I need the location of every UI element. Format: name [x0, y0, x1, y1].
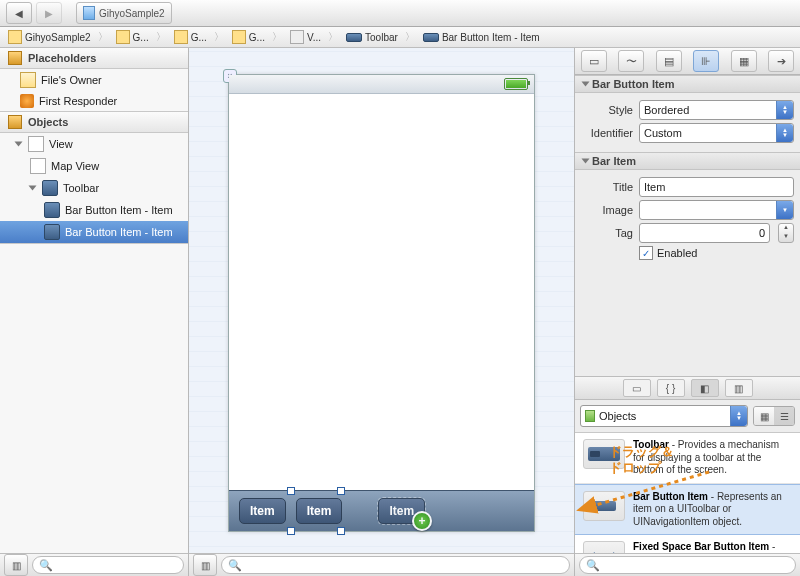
libtab-file[interactable]: ▭ — [623, 379, 651, 397]
check-icon: ✓ — [639, 246, 653, 260]
library-item-fixedspace[interactable]: Fixed Space Bar Button Item - Represents… — [575, 535, 800, 553]
device-body — [229, 93, 534, 491]
placeholder-first-responder[interactable]: First Responder — [0, 91, 188, 111]
tree-view[interactable]: View — [0, 133, 188, 155]
tab-identity[interactable]: ▤ — [656, 50, 682, 72]
section-barbuttonitem[interactable]: Bar Button Item — [575, 75, 800, 93]
library-filter-bar: Objects▲▼ ▦☰ — [575, 400, 800, 433]
tab-size[interactable]: ▦ — [731, 50, 757, 72]
identifier-label: Identifier — [581, 127, 633, 139]
crumb-5[interactable]: Toolbar〉 — [342, 30, 419, 44]
file-icon — [20, 72, 36, 88]
image-label: Image — [581, 204, 633, 216]
tab-connections[interactable]: ➔ — [768, 50, 794, 72]
tree-barbutton-2[interactable]: Bar Button Item - Item — [0, 221, 188, 243]
project-label: GihyoSample2 — [99, 8, 165, 19]
fixedspace-icon — [583, 541, 625, 553]
tree-toolbar[interactable]: Toolbar — [0, 177, 188, 199]
crumb-1[interactable]: G...〉 — [112, 30, 170, 44]
libtab-objects[interactable]: ◧ — [691, 379, 719, 397]
cube-icon — [8, 115, 22, 129]
main-toolbar: ◀ ▶ GihyoSample2 — [0, 0, 800, 27]
tag-stepper[interactable]: ▲▼ — [778, 223, 794, 243]
crumb-2[interactable]: G...〉 — [170, 30, 228, 44]
identifier-combo[interactable]: Custom▲▼ — [639, 123, 794, 143]
title-label: Title — [581, 181, 633, 193]
libtab-media[interactable]: ▥ — [725, 379, 753, 397]
disclosure-icon[interactable] — [15, 142, 23, 147]
library-search[interactable]: 🔍 — [579, 556, 796, 574]
view-icon — [28, 136, 44, 152]
bar-button-dragging[interactable]: Item + — [378, 498, 425, 524]
combo-arrows-icon: ▲▼ — [730, 406, 747, 426]
device-toolbar[interactable]: Item Item Item + — [229, 490, 534, 531]
library-statusbar: 🔍 — [575, 553, 800, 576]
outline-statusbar: ▥ 🔍 — [0, 553, 188, 576]
svg-line-0 — [579, 472, 709, 510]
library-view-segment[interactable]: ▦☰ — [753, 406, 795, 426]
slider-icon: ⊪ — [701, 55, 711, 68]
tag-field[interactable]: 0 — [639, 223, 770, 243]
outline-panel: Placeholders File's Owner First Responde… — [0, 48, 189, 576]
tab-file[interactable]: ▭ — [581, 50, 607, 72]
combo-arrows-icon: ▲▼ — [776, 124, 793, 142]
library-tabs: ▭ { } ◧ ▥ — [575, 376, 800, 400]
outline-toggle-button[interactable]: ▥ — [4, 554, 28, 576]
style-combo[interactable]: Bordered▲▼ — [639, 100, 794, 120]
disclosure-icon[interactable] — [29, 186, 37, 191]
combo-arrow-icon: ▼ — [776, 201, 793, 219]
project-icon[interactable]: GihyoSample2 — [76, 2, 172, 24]
search-icon: 🔍 — [228, 559, 242, 572]
grid-view-icon[interactable]: ▦ — [754, 407, 774, 425]
inspector-tabs: ▭ 〜 ▤ ⊪ ▦ ➔ — [575, 48, 800, 75]
objects-header[interactable]: Objects — [0, 112, 188, 133]
library-filter-combo[interactable]: Objects▲▼ — [580, 405, 748, 427]
tab-attributes[interactable]: ⊪ — [693, 50, 719, 72]
tree-barbutton-1[interactable]: Bar Button Item - Item — [0, 199, 188, 221]
cube-icon — [8, 51, 22, 65]
device-preview[interactable]: × Item Item Item + — [228, 74, 535, 532]
crumb-6[interactable]: Bar Button Item - Item — [419, 32, 544, 43]
tag-label: Tag — [581, 227, 633, 239]
search-icon: 🔍 — [39, 559, 53, 572]
canvas-toggle-button[interactable]: ▥ — [193, 554, 217, 576]
canvas[interactable]: × Item Item Item + ドラッグ＆ ドロップ — [189, 48, 574, 576]
breadcrumb: GihyoSample2〉 G...〉 G...〉 G...〉 V...〉 To… — [0, 27, 800, 48]
tree-mapview[interactable]: Map View — [0, 155, 188, 177]
outline-search[interactable]: 🔍 — [32, 556, 184, 574]
bar-button-2[interactable]: Item — [296, 498, 343, 524]
view-icon — [30, 158, 46, 174]
list-view-icon[interactable]: ☰ — [774, 407, 794, 425]
barbutton-icon — [44, 224, 60, 240]
crumb-0[interactable]: GihyoSample2〉 — [4, 30, 112, 44]
responder-icon — [20, 94, 34, 108]
annotation-arrow-icon — [559, 466, 719, 516]
search-icon: 🔍 — [586, 559, 600, 572]
cube-icon: ◧ — [700, 383, 709, 394]
image-combo[interactable]: ▼ — [639, 200, 794, 220]
tab-quickhelp[interactable]: 〜 — [618, 50, 644, 72]
canvas-statusbar: ▥ 🔍 — [189, 553, 574, 576]
enabled-checkbox[interactable]: ✓Enabled — [639, 246, 794, 260]
style-label: Style — [581, 104, 633, 116]
add-badge-icon: + — [412, 511, 432, 531]
section-baritem[interactable]: Bar Item — [575, 152, 800, 170]
placeholders-header[interactable]: Placeholders — [0, 48, 188, 69]
barbutton-icon — [44, 202, 60, 218]
toolbar-icon — [42, 180, 58, 196]
libtab-snippets[interactable]: { } — [657, 379, 685, 397]
combo-arrows-icon: ▲▼ — [776, 101, 793, 119]
device-statusbar — [229, 75, 534, 94]
canvas-search[interactable]: 🔍 — [221, 556, 570, 574]
battery-icon — [504, 78, 528, 90]
placeholder-files-owner[interactable]: File's Owner — [0, 69, 188, 91]
bar-button-1[interactable]: Item — [239, 498, 286, 524]
forward-button[interactable]: ▶ — [36, 2, 62, 24]
back-button[interactable]: ◀ — [6, 2, 32, 24]
crumb-3[interactable]: G...〉 — [228, 30, 286, 44]
title-field[interactable]: Item — [639, 177, 794, 197]
crumb-4[interactable]: V...〉 — [286, 30, 342, 44]
